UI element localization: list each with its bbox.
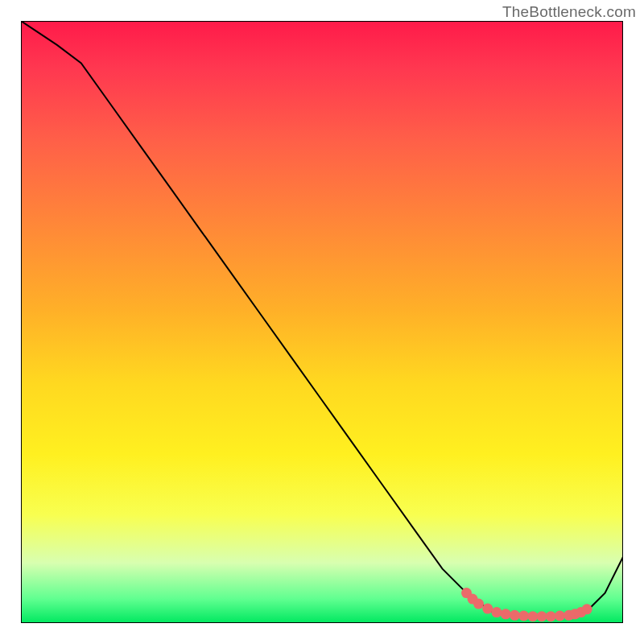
marker-dot [537, 611, 547, 621]
highlight-markers [461, 588, 592, 621]
marker-dot [582, 604, 592, 614]
chart-container: TheBottleneck.com [0, 0, 644, 644]
marker-dot [491, 607, 502, 617]
watermark-text: TheBottleneck.com [502, 3, 636, 21]
marker-dot [527, 611, 538, 621]
marker-dot [473, 599, 484, 609]
marker-dot [555, 611, 565, 621]
marker-dot [482, 604, 493, 614]
curve-svg [21, 21, 623, 623]
bottleneck-curve [21, 21, 623, 617]
plot-area [21, 21, 623, 623]
curve-line [21, 21, 623, 617]
marker-dot [518, 611, 529, 621]
marker-dot [510, 610, 520, 621]
marker-dot [546, 611, 556, 621]
marker-dot [501, 609, 511, 619]
